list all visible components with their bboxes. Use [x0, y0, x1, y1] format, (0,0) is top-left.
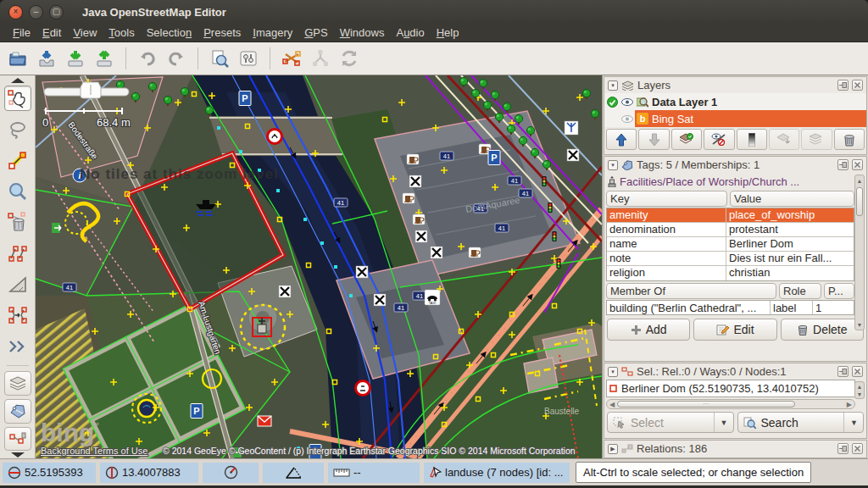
extrude-tool[interactable] [4, 271, 31, 297]
layer-row-data[interactable]: Data Layer 1 [604, 93, 866, 110]
toggle-tags-panel-button[interactable] [4, 399, 31, 424]
upload-button[interactable] [92, 46, 117, 71]
refresh-button[interactable] [337, 46, 362, 71]
menu-edit[interactable]: Edit [36, 25, 67, 41]
selection-scrollbar[interactable]: ▲ ▼ [854, 381, 865, 399]
menu-view[interactable]: View [67, 25, 103, 41]
scroll-up-icon[interactable] [11, 77, 25, 83]
window-title: Java OpenStreetMap Editor [82, 6, 226, 19]
close-panel-icon[interactable] [852, 366, 863, 377]
sticky-pin-icon[interactable] [837, 159, 849, 170]
close-panel-icon[interactable] [852, 443, 863, 454]
preferences-button[interactable] [236, 46, 261, 71]
move-layer-down-button[interactable] [638, 129, 669, 150]
redo-button[interactable] [164, 46, 189, 71]
menu-file[interactable]: File [7, 25, 36, 41]
expand-icon[interactable]: ▶ [608, 444, 618, 454]
maximize-button[interactable]: ▢ [49, 5, 64, 19]
selection-hscrollbar[interactable]: ◀ ⋯ ▶ [606, 399, 855, 409]
toggle-visibility-button[interactable] [704, 129, 734, 150]
layer-name[interactable]: Data Layer 1 [652, 96, 717, 108]
key-column-header[interactable]: Key [606, 191, 727, 207]
combine-way-tool-button[interactable] [308, 46, 333, 71]
dropdown-caret[interactable]: ▼ [843, 413, 858, 432]
tags-scrollbar[interactable]: ▲ ▼ [854, 175, 865, 330]
role-header[interactable]: Role [779, 283, 821, 299]
menu-help[interactable]: Help [431, 25, 465, 41]
scroll-right-arrow[interactable]: ▶ [847, 401, 852, 408]
layer-row-bing[interactable]: b Bing Sat [604, 110, 866, 127]
terms-link[interactable]: Background Terms of Use [41, 446, 147, 456]
search-objects-button[interactable] [207, 46, 232, 71]
collapse-icon[interactable]: ▾ [608, 367, 618, 377]
position-header[interactable]: P... [824, 283, 854, 299]
toggle-layers-panel-button[interactable] [4, 371, 31, 396]
tag-row[interactable]: amenityplace_of_worship [607, 208, 854, 223]
download-along-button[interactable] [63, 46, 88, 71]
layer-active-icon[interactable] [604, 97, 620, 108]
draw-node-tool[interactable] [4, 147, 31, 174]
menu-selection[interactable]: Selection [141, 25, 198, 41]
close-panel-icon[interactable] [852, 159, 863, 170]
duplicate-layer-button[interactable] [801, 129, 832, 150]
opacity-button[interactable] [737, 129, 767, 150]
map-canvas[interactable]: P 41 [36, 75, 602, 458]
tag-row[interactable]: denominationprotestant [607, 223, 854, 237]
dropdown-caret[interactable]: ▼ [714, 413, 728, 432]
delete-tool[interactable] [4, 209, 31, 236]
split-way-tool-button[interactable] [279, 46, 304, 71]
menu-tools[interactable]: Tools [103, 25, 140, 41]
scroll-up-arrow[interactable]: ▲ [855, 175, 864, 186]
undo-button[interactable] [135, 46, 160, 71]
lasso-tool[interactable] [4, 116, 31, 142]
scroll-down-arrow[interactable]: ▼ [855, 389, 864, 399]
scroll-left-arrow[interactable]: ◀ [609, 401, 615, 408]
selected-layer[interactable]: b Bing Sat [635, 110, 866, 127]
sticky-pin-icon[interactable] [837, 443, 849, 454]
collapse-icon[interactable]: ▾ [608, 80, 618, 91]
delete-tag-button[interactable]: Delete [781, 319, 864, 341]
add-tag-button[interactable]: Add [607, 319, 690, 341]
menu-audio[interactable]: Audio [390, 25, 430, 41]
angle-icon [286, 466, 302, 479]
toggle-relations-panel-button[interactable] [4, 427, 31, 452]
sticky-pin-icon[interactable] [837, 366, 849, 377]
selected-object-item[interactable]: Berliner Dom (52.5190735, 13.4010752) [606, 380, 855, 397]
membership-row[interactable]: building ("Berlin Cathedral", ... label … [606, 300, 854, 315]
title-bar: × – ▢ Java OpenStreetMap Editor [0, 0, 868, 24]
scrollbar-thumb[interactable] [856, 187, 863, 216]
edit-tag-button[interactable]: Edit [693, 319, 776, 341]
zoom-tool[interactable] [4, 179, 31, 205]
delete-layer-button[interactable] [834, 129, 865, 150]
move-layer-up-button[interactable] [606, 129, 637, 150]
member-of-header[interactable]: Member Of [606, 283, 776, 299]
tag-row[interactable]: nameBerliner Dom [607, 237, 854, 252]
activate-layer-button[interactable] [671, 129, 702, 150]
merge-nodes-tool[interactable] [4, 302, 31, 329]
open-file-button[interactable] [5, 46, 31, 71]
select-button[interactable]: Select ▼ [607, 412, 734, 433]
sticky-pin-icon[interactable] [837, 80, 849, 91]
menu-presets[interactable]: Presets [198, 25, 247, 41]
layer-visible-icon[interactable] [620, 98, 635, 106]
merge-layer-button[interactable] [769, 129, 799, 150]
tag-row[interactable]: noteDies ist nur ein Fall... [607, 252, 854, 266]
select-move-tool[interactable] [4, 86, 31, 112]
value-column-header[interactable]: Value [730, 191, 854, 207]
layer-visible-icon[interactable] [620, 115, 635, 123]
menu-gps[interactable]: GPS [298, 25, 333, 41]
close-panel-icon[interactable] [852, 80, 863, 91]
menu-windows[interactable]: Windows [334, 25, 391, 41]
collapse-icon[interactable]: ▾ [608, 160, 618, 170]
search-button[interactable]: Search ▼ [737, 412, 865, 433]
download-data-button[interactable] [34, 46, 59, 71]
scroll-down-arrow[interactable]: ▼ [855, 319, 864, 330]
close-button[interactable]: × [8, 5, 23, 19]
scrollbar-thumb[interactable]: ⋯ [617, 401, 795, 408]
unglue-tool[interactable] [4, 241, 31, 267]
menu-imagery[interactable]: Imagery [247, 25, 298, 41]
minimize-button[interactable]: – [29, 5, 43, 19]
tag-row[interactable]: religionchristian [607, 266, 854, 280]
more-tools-button[interactable] [4, 334, 31, 360]
preset-link[interactable]: Facilities/Place of Worship/Church ... [604, 173, 866, 190]
